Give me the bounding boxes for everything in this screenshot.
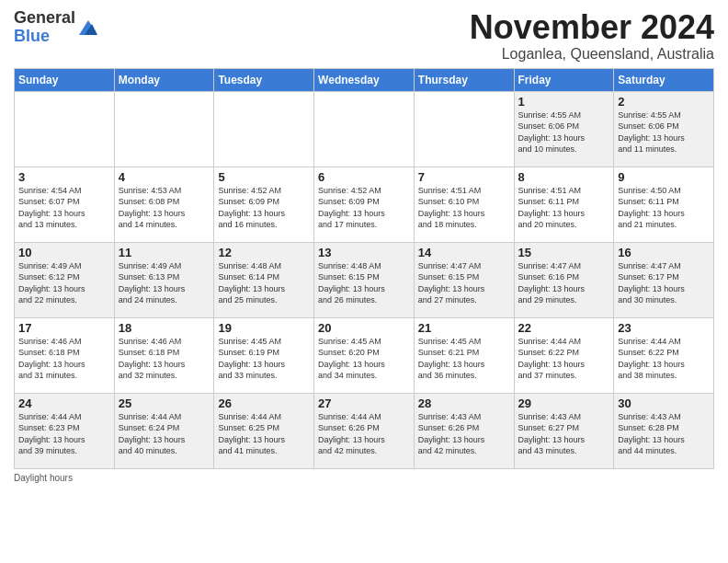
calendar-cell bbox=[214, 91, 314, 167]
day-number: 25 bbox=[119, 396, 210, 410]
page: General Blue November 2024 Loganlea, Que… bbox=[0, 0, 728, 563]
header: General Blue November 2024 Loganlea, Que… bbox=[14, 9, 714, 63]
calendar-cell: 6Sunrise: 4:52 AM Sunset: 6:09 PM Daylig… bbox=[314, 167, 415, 242]
calendar-cell: 12Sunrise: 4:48 AM Sunset: 6:14 PM Dayli… bbox=[214, 242, 314, 317]
day-number: 13 bbox=[318, 246, 410, 259]
day-number: 11 bbox=[119, 246, 210, 259]
week-row-1: 1Sunrise: 4:55 AM Sunset: 6:06 PM Daylig… bbox=[15, 91, 714, 167]
calendar-cell: 16Sunrise: 4:47 AM Sunset: 6:17 PM Dayli… bbox=[614, 242, 714, 317]
day-number: 23 bbox=[618, 321, 710, 335]
day-number: 2 bbox=[618, 95, 710, 109]
day-info: Sunrise: 4:45 AM Sunset: 6:20 PM Dayligh… bbox=[318, 336, 410, 382]
calendar-cell: 8Sunrise: 4:51 AM Sunset: 6:11 PM Daylig… bbox=[514, 167, 614, 242]
calendar-cell: 17Sunrise: 4:46 AM Sunset: 6:18 PM Dayli… bbox=[15, 317, 115, 393]
col-header-friday: Friday bbox=[514, 68, 614, 91]
day-number: 27 bbox=[318, 396, 410, 410]
col-header-sunday: Sunday bbox=[15, 68, 115, 91]
calendar-cell: 22Sunrise: 4:44 AM Sunset: 6:22 PM Dayli… bbox=[514, 317, 614, 393]
calendar-cell: 3Sunrise: 4:54 AM Sunset: 6:07 PM Daylig… bbox=[15, 167, 115, 242]
day-info: Sunrise: 4:47 AM Sunset: 6:15 PM Dayligh… bbox=[418, 260, 510, 306]
day-number: 29 bbox=[518, 396, 610, 410]
day-number: 8 bbox=[518, 170, 610, 184]
day-number: 21 bbox=[418, 321, 510, 335]
day-info: Sunrise: 4:44 AM Sunset: 6:26 PM Dayligh… bbox=[318, 411, 410, 457]
daylight-label: Daylight hours bbox=[14, 473, 73, 483]
day-info: Sunrise: 4:44 AM Sunset: 6:24 PM Dayligh… bbox=[119, 411, 210, 457]
day-info: Sunrise: 4:48 AM Sunset: 6:15 PM Dayligh… bbox=[318, 260, 410, 306]
calendar-cell: 20Sunrise: 4:45 AM Sunset: 6:20 PM Dayli… bbox=[314, 317, 415, 393]
calendar-cell: 23Sunrise: 4:44 AM Sunset: 6:22 PM Dayli… bbox=[614, 317, 714, 393]
day-info: Sunrise: 4:46 AM Sunset: 6:18 PM Dayligh… bbox=[18, 336, 110, 382]
calendar-cell bbox=[114, 91, 214, 167]
day-number: 30 bbox=[618, 396, 710, 410]
header-row: SundayMondayTuesdayWednesdayThursdayFrid… bbox=[15, 68, 714, 91]
day-info: Sunrise: 4:46 AM Sunset: 6:18 PM Dayligh… bbox=[119, 336, 210, 382]
location: Loganlea, Queensland, Australia bbox=[470, 46, 714, 63]
day-info: Sunrise: 4:43 AM Sunset: 6:28 PM Dayligh… bbox=[618, 411, 710, 457]
day-number: 28 bbox=[418, 396, 510, 410]
day-info: Sunrise: 4:50 AM Sunset: 6:11 PM Dayligh… bbox=[618, 185, 710, 231]
day-number: 16 bbox=[618, 246, 710, 259]
day-info: Sunrise: 4:44 AM Sunset: 6:25 PM Dayligh… bbox=[218, 411, 310, 457]
week-row-5: 24Sunrise: 4:44 AM Sunset: 6:23 PM Dayli… bbox=[15, 393, 714, 468]
calendar-cell bbox=[414, 91, 514, 167]
week-row-4: 17Sunrise: 4:46 AM Sunset: 6:18 PM Dayli… bbox=[15, 317, 714, 393]
day-number: 5 bbox=[218, 170, 310, 184]
day-info: Sunrise: 4:48 AM Sunset: 6:14 PM Dayligh… bbox=[218, 260, 310, 306]
footer: Daylight hours bbox=[14, 473, 714, 483]
month-title: November 2024 bbox=[470, 9, 714, 46]
day-info: Sunrise: 4:44 AM Sunset: 6:22 PM Dayligh… bbox=[518, 336, 610, 382]
logo-blue: Blue bbox=[14, 27, 50, 45]
calendar-cell: 25Sunrise: 4:44 AM Sunset: 6:24 PM Dayli… bbox=[114, 393, 214, 468]
day-number: 19 bbox=[218, 321, 310, 335]
calendar-cell: 13Sunrise: 4:48 AM Sunset: 6:15 PM Dayli… bbox=[314, 242, 415, 317]
day-number: 26 bbox=[218, 396, 310, 410]
logo: General Blue bbox=[14, 9, 99, 46]
calendar-cell: 10Sunrise: 4:49 AM Sunset: 6:12 PM Dayli… bbox=[15, 242, 115, 317]
calendar-table: SundayMondayTuesdayWednesdayThursdayFrid… bbox=[14, 68, 714, 469]
day-number: 24 bbox=[18, 396, 110, 410]
day-info: Sunrise: 4:43 AM Sunset: 6:26 PM Dayligh… bbox=[418, 411, 510, 457]
calendar-cell: 26Sunrise: 4:44 AM Sunset: 6:25 PM Dayli… bbox=[214, 393, 314, 468]
calendar-cell: 1Sunrise: 4:55 AM Sunset: 6:06 PM Daylig… bbox=[514, 91, 614, 167]
col-header-tuesday: Tuesday bbox=[214, 68, 314, 91]
week-row-2: 3Sunrise: 4:54 AM Sunset: 6:07 PM Daylig… bbox=[15, 167, 714, 242]
calendar-cell: 29Sunrise: 4:43 AM Sunset: 6:27 PM Dayli… bbox=[514, 393, 614, 468]
day-number: 1 bbox=[518, 95, 610, 109]
calendar-cell: 7Sunrise: 4:51 AM Sunset: 6:10 PM Daylig… bbox=[414, 167, 514, 242]
col-header-thursday: Thursday bbox=[414, 68, 514, 91]
week-row-3: 10Sunrise: 4:49 AM Sunset: 6:12 PM Dayli… bbox=[15, 242, 714, 317]
day-number: 18 bbox=[119, 321, 210, 335]
day-number: 4 bbox=[119, 170, 210, 184]
day-info: Sunrise: 4:54 AM Sunset: 6:07 PM Dayligh… bbox=[18, 185, 110, 231]
calendar-cell: 15Sunrise: 4:47 AM Sunset: 6:16 PM Dayli… bbox=[514, 242, 614, 317]
day-info: Sunrise: 4:45 AM Sunset: 6:19 PM Dayligh… bbox=[218, 336, 310, 382]
col-header-monday: Monday bbox=[114, 68, 214, 91]
day-info: Sunrise: 4:44 AM Sunset: 6:22 PM Dayligh… bbox=[618, 336, 710, 382]
day-info: Sunrise: 4:52 AM Sunset: 6:09 PM Dayligh… bbox=[318, 185, 410, 231]
calendar-cell: 11Sunrise: 4:49 AM Sunset: 6:13 PM Dayli… bbox=[114, 242, 214, 317]
logo-icon bbox=[77, 17, 99, 39]
title-block: November 2024 Loganlea, Queensland, Aust… bbox=[470, 9, 714, 63]
calendar-cell bbox=[15, 91, 115, 167]
col-header-saturday: Saturday bbox=[614, 68, 714, 91]
day-info: Sunrise: 4:45 AM Sunset: 6:21 PM Dayligh… bbox=[418, 336, 510, 382]
col-header-wednesday: Wednesday bbox=[314, 68, 415, 91]
day-info: Sunrise: 4:47 AM Sunset: 6:17 PM Dayligh… bbox=[618, 260, 710, 306]
day-number: 6 bbox=[318, 170, 410, 184]
calendar-cell: 30Sunrise: 4:43 AM Sunset: 6:28 PM Dayli… bbox=[614, 393, 714, 468]
day-number: 9 bbox=[618, 170, 710, 184]
logo-general: General bbox=[14, 8, 75, 27]
day-number: 7 bbox=[418, 170, 510, 184]
day-info: Sunrise: 4:49 AM Sunset: 6:13 PM Dayligh… bbox=[119, 260, 210, 306]
calendar-cell: 14Sunrise: 4:47 AM Sunset: 6:15 PM Dayli… bbox=[414, 242, 514, 317]
calendar-cell: 18Sunrise: 4:46 AM Sunset: 6:18 PM Dayli… bbox=[114, 317, 214, 393]
day-number: 12 bbox=[218, 246, 310, 259]
calendar-cell: 5Sunrise: 4:52 AM Sunset: 6:09 PM Daylig… bbox=[214, 167, 314, 242]
calendar-cell: 9Sunrise: 4:50 AM Sunset: 6:11 PM Daylig… bbox=[614, 167, 714, 242]
day-info: Sunrise: 4:51 AM Sunset: 6:10 PM Dayligh… bbox=[418, 185, 510, 231]
day-info: Sunrise: 4:51 AM Sunset: 6:11 PM Dayligh… bbox=[518, 185, 610, 231]
day-info: Sunrise: 4:47 AM Sunset: 6:16 PM Dayligh… bbox=[518, 260, 610, 306]
day-info: Sunrise: 4:55 AM Sunset: 6:06 PM Dayligh… bbox=[618, 109, 710, 155]
calendar-cell: 4Sunrise: 4:53 AM Sunset: 6:08 PM Daylig… bbox=[114, 167, 214, 242]
